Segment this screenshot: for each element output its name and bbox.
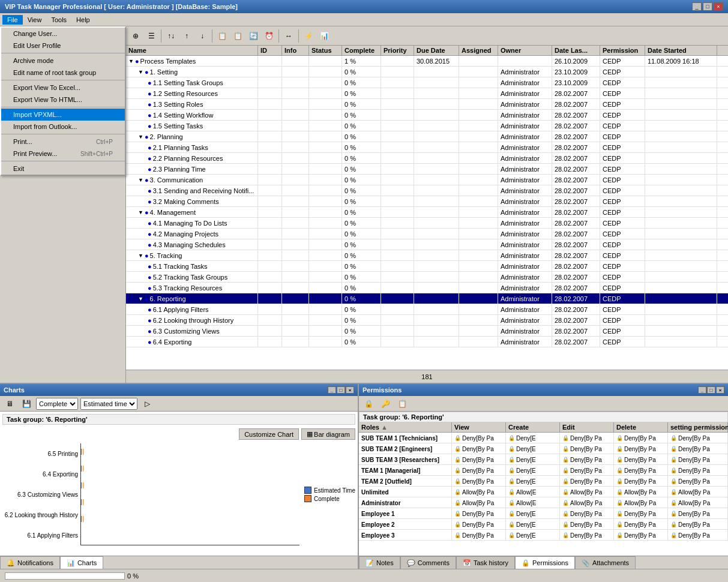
perm-close-btn[interactable]: × [716,386,724,394]
task-row[interactable]: ●5.1 Tracking Tasks 0 % Administrator 28… [126,261,728,272]
task-row[interactable]: ●6.3 Customizing Views 0 % Administrator… [126,326,728,337]
task-row[interactable]: ▼●3. Communication 0 % Administrator 28.… [126,175,728,185]
task-row[interactable]: ▼●1. Setting 0 % Administrator 23.10.200… [126,67,728,77]
menu-view[interactable]: View [23,15,47,25]
toolbar-btn-1[interactable]: ⊕ [128,29,143,43]
dropdown-export-excel[interactable]: Export View To Excel... [1,82,125,94]
toolbar-btn-2[interactable]: ☰ [144,29,158,43]
perm-row[interactable]: TEAM 2 [Outfield] 🔒Deny[By Pa 🔒Deny[E 🔒D… [359,476,728,487]
toolbar-btn-8[interactable]: 🔄 [246,29,260,43]
charts-maximize-btn[interactable]: □ [337,386,345,394]
task-row[interactable]: ●4.3 Managing Schedules 0 % Administrato… [126,239,728,250]
charts-complete-dropdown[interactable]: Complete [36,398,78,410]
perm-maximize-btn[interactable]: □ [707,386,715,394]
perm-toolbar-btn-1[interactable]: 🔒 [361,397,376,411]
cell-complete: 0 % [342,261,381,272]
expand-icon[interactable]: ▼ [128,58,134,64]
task-row[interactable]: ●5.3 Tracking Resources 0 % Administrato… [126,283,728,293]
expand-icon[interactable]: ▼ [138,134,143,140]
cell-name: ●1.1 Setting Task Groups [126,77,258,88]
menu-tools[interactable]: Tools [46,15,71,25]
perm-row[interactable]: SUB TEAM 3 [Researchers] 🔒Deny[By Pa 🔒De… [359,454,728,465]
task-row[interactable]: ●6.2 Looking through History 0 % Adminis… [126,315,728,326]
dropdown-import-vpxml[interactable]: Import VPXML... [1,109,125,121]
task-row[interactable]: ▼●4. Management 0 % Administrator 28.02.… [126,207,728,218]
task-row[interactable]: ▼●Process Templates 1 % 30.08.2015 26.10… [126,56,728,67]
dropdown-edit-profile[interactable]: Edit User Profile [1,40,125,52]
task-row[interactable]: ●4.1 Managing To Do Lists 0 % Administra… [126,218,728,229]
dropdown-print[interactable]: Print... Ctrl+P [1,136,125,148]
task-row[interactable]: ●1.3 Setting Roles 0 % Administrator 28.… [126,99,728,110]
bar-diagram-button[interactable]: ▦ Bar diagram [301,428,355,440]
maximize-button[interactable]: □ [703,2,712,11]
toolbar-btn-3[interactable]: ↑↓ [164,29,178,43]
dropdown-archive-mode[interactable]: Archive mode [1,55,125,67]
cell-datelast: 28.02.2007 [552,207,600,218]
charts-toolbar-btn-1[interactable]: 🖥 [2,397,17,411]
task-row[interactable]: ▼●5. Tracking 0 % Administrator 28.02.20… [126,250,728,261]
customize-chart-button[interactable]: Customize Chart [239,428,299,440]
task-row[interactable]: ●2.2 Planning Resources 0 % Administrato… [126,153,728,164]
task-row[interactable]: ●1.5 Setting Tasks 0 % Administrator 28.… [126,121,728,131]
perm-row[interactable]: Unlimited 🔒Allow[By Pa 🔒Allow[E 🔒Allow[B… [359,487,728,497]
task-row[interactable]: ▼●6. Reporting 0 % Administrator 28.02.2… [126,293,728,304]
toolbar-btn-6[interactable]: 📋 [215,29,229,43]
perm-row[interactable]: Employee 3 🔒Deny[By Pa 🔒Deny[E 🔒Deny[By … [359,530,728,541]
toolbar-btn-10[interactable]: ↔ [281,29,296,43]
task-row[interactable]: ●4.2 Managing Projects 0 % Administrator… [126,229,728,239]
task-row[interactable]: ●6.4 Exporting 0 % Administrator 28.02.2… [126,337,728,347]
expand-icon[interactable]: ▼ [138,253,143,259]
tab-notes[interactable]: 📝 Notes [359,556,400,569]
menu-file[interactable]: File [2,15,23,25]
perm-minimize-btn[interactable]: _ [698,386,706,394]
perm-row[interactable]: TEAM 1 [Managerial] 🔒Deny[By Pa 🔒Deny[E … [359,465,728,476]
charts-estimated-dropdown[interactable]: Estimated time [80,398,137,410]
task-row[interactable]: ●2.3 Planning Time 0 % Administrator 28.… [126,164,728,175]
dropdown-change-user[interactable]: Change User... [1,28,125,40]
charts-minimize-btn[interactable]: _ [328,386,336,394]
perm-row[interactable]: SUB TEAM 2 [Engineers] 🔒Deny[By Pa 🔒Deny… [359,443,728,454]
task-row[interactable]: ●1.1 Setting Task Groups 0 % Administrat… [126,77,728,88]
close-button[interactable]: × [714,2,723,11]
dropdown-import-outlook[interactable]: Import from Outlook... [1,121,125,133]
expand-icon[interactable]: ▼ [138,177,143,183]
task-row[interactable]: ●1.2 Setting Resources 0 % Administrator… [126,88,728,99]
perm-row[interactable]: Employee 2 🔒Deny[By Pa 🔒Deny[E 🔒Deny[By … [359,519,728,530]
charts-nav-btn[interactable]: ▷ [140,397,154,411]
charts-close-btn[interactable]: × [346,386,354,394]
tab-charts[interactable]: 📊 Charts [60,556,103,569]
toolbar-btn-9[interactable]: ⏰ [262,29,276,43]
toolbar-btn-4[interactable]: ↑ [179,29,194,43]
dropdown-export-html[interactable]: Export View To HTML... [1,94,125,106]
dropdown-print-preview[interactable]: Print Preview... Shift+Ctrl+P [1,148,125,160]
task-row[interactable]: ●3.2 Making Comments 0 % Administrator 2… [126,196,728,207]
task-row[interactable]: ●3.1 Sending and Receiving Notifi... 0 %… [126,185,728,196]
minimize-button[interactable]: _ [692,2,702,11]
toolbar-btn-7[interactable]: 📋 [230,29,245,43]
menu-help[interactable]: Help [71,15,95,25]
charts-toolbar-btn-2[interactable]: 💾 [19,397,34,411]
toolbar-btn-5[interactable]: ↓ [195,29,209,43]
task-row[interactable]: ▼●2. Planning 0 % Administrator 28.02.20… [126,131,728,142]
tab-comments[interactable]: 💬 Comments [400,556,456,569]
tab-task-history[interactable]: 📅 Task history [456,556,515,569]
perm-toolbar-btn-3[interactable]: 📋 [395,397,409,411]
toolbar-btn-12[interactable]: 📊 [317,29,331,43]
perm-row[interactable]: SUB TEAM 1 [Technicians] 🔒Deny[By Pa 🔒De… [359,433,728,443]
expand-icon[interactable]: ▼ [138,296,143,302]
task-row[interactable]: ●5.2 Tracking Task Groups 0 % Administra… [126,272,728,283]
expand-icon[interactable]: ▼ [138,209,143,215]
perm-row[interactable]: Administrator 🔒Allow[By Pa 🔒Allow[E 🔒All… [359,497,728,508]
dropdown-exit[interactable]: Exit [1,163,125,175]
task-row[interactable]: ●6.1 Applying Filters 0 % Administrator … [126,304,728,315]
toolbar-btn-11[interactable]: ⚡ [301,29,316,43]
tab-notifications[interactable]: 🔔 Notifications [0,556,60,569]
perm-toolbar-btn-2[interactable]: 🔑 [378,397,393,411]
perm-row[interactable]: Employee 1 🔒Deny[By Pa 🔒Deny[E 🔒Deny[By … [359,508,728,519]
task-row[interactable]: ●1.4 Setting Workflow 0 % Administrator … [126,110,728,121]
tab-attachments[interactable]: 📎 Attachments [575,556,636,569]
tab-permissions[interactable]: 🔒 Permissions [515,556,575,569]
dropdown-edit-root-name[interactable]: Edit name of root task group [1,67,125,79]
expand-icon[interactable]: ▼ [138,69,143,75]
task-row[interactable]: ●2.1 Planning Tasks 0 % Administrator 28… [126,142,728,153]
